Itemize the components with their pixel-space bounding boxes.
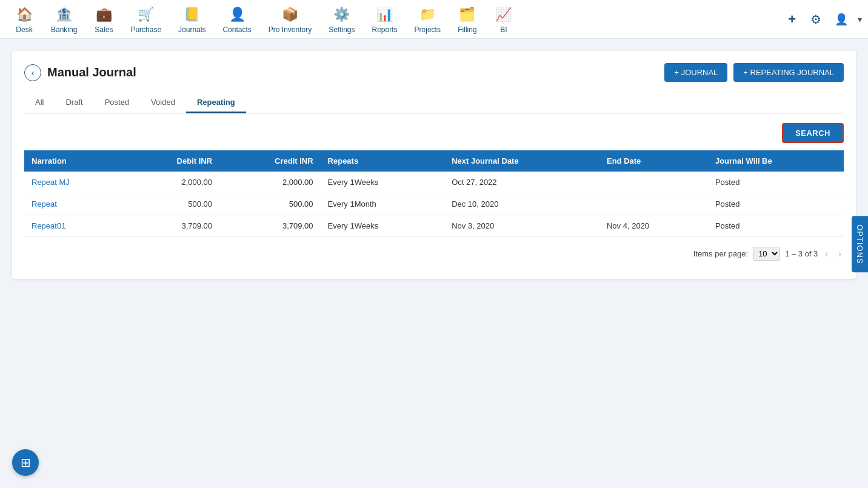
credit-inr-cell: 2,000.00 [219,172,321,193]
nav-label-contacts: Contacts [222,25,251,34]
prev-page-button[interactable]: ‹ [823,247,830,261]
nav-item-pro-inventory[interactable]: 📦 Pro Inventory [260,5,320,34]
search-row: SEARCH [24,123,844,143]
table-body: Repeat MJ 2,000.00 2,000.00 Every 1Weeks… [24,172,844,237]
gear-icon[interactable]: ⚙ [807,12,825,27]
nav-item-desk[interactable]: 🏠 Desk [6,5,42,34]
data-table: Narration Debit INR Credit INR Repeats N… [24,150,844,237]
filling-icon: 🗂️ [458,5,477,24]
options-tab[interactable]: OPTIONS [852,216,868,273]
tab-voided[interactable]: Voided [140,93,186,113]
table-header: Narration Debit INR Credit INR Repeats N… [24,150,844,172]
nav-label-purchase: Purchase [130,25,161,34]
tab-all[interactable]: All [24,93,55,113]
nav-label-projects: Projects [415,25,441,34]
nav-label-desk: Desk [16,25,32,34]
nav-item-sales[interactable]: 💼 Sales [85,5,122,34]
contacts-icon: 👤 [227,5,247,24]
settings-icon: ⚙️ [332,5,352,24]
narration-cell[interactable]: Repeat [24,193,124,215]
nav-label-pro-inventory: Pro Inventory [269,25,312,34]
table-row[interactable]: Repeat 500.00 500.00 Every 1Month Dec 10… [24,193,844,215]
main-content: ‹ Manual Journal + JOURNAL + REPEATING J… [0,39,868,488]
tabs: All Draft Posted Voided Repeating [24,93,844,113]
bi-icon: 📈 [494,5,513,24]
nav-label-banking: Banking [51,25,77,34]
narration-cell[interactable]: Repeat01 [24,215,124,237]
add-journal-button[interactable]: + JOURNAL [664,63,727,82]
debit-inr-cell: 500.00 [124,193,219,215]
journal-will-be-cell: Posted [708,215,844,237]
back-icon: ‹ [32,68,35,78]
nav-label-bi: BI [500,25,507,34]
chevron-down-icon[interactable]: ▾ [858,15,862,24]
nav-item-reports[interactable]: 📊 Reports [364,5,406,34]
tab-voided-label: Voided [151,98,175,107]
bottom-widget-button[interactable]: ⊞ [12,449,39,476]
tab-all-label: All [35,98,44,107]
next-journal-date-cell: Nov 3, 2020 [444,215,599,237]
nav-item-journals[interactable]: 📒 Journals [170,5,214,34]
nav-item-banking[interactable]: 🏦 Banking [42,5,85,34]
top-nav: 🏠 Desk 🏦 Banking 💼 Sales 🛒 Purchase 📒 Jo… [0,0,868,39]
next-journal-date-cell: Dec 10, 2020 [444,193,599,215]
table-row[interactable]: Repeat01 3,709.00 3,709.00 Every 1Weeks … [24,215,844,237]
next-journal-date-cell: Oct 27, 2022 [444,172,599,193]
col-debit-inr: Debit INR [124,150,219,172]
debit-inr-cell: 3,709.00 [124,215,219,237]
user-icon[interactable]: 👤 [831,13,852,26]
col-end-date: End Date [599,150,708,172]
nav-label-reports: Reports [372,25,398,34]
banking-icon: 🏦 [55,5,74,24]
reports-icon: 📊 [375,5,395,24]
card: ‹ Manual Journal + JOURNAL + REPEATING J… [12,51,856,279]
col-narration: Narration [24,150,124,172]
repeats-cell: Every 1Weeks [321,172,445,193]
pro-inventory-icon: 📦 [280,5,299,24]
nav-item-projects[interactable]: 📁 Projects [406,5,449,34]
credit-inr-cell: 3,709.00 [219,215,321,237]
sales-icon: 💼 [94,5,113,24]
pagination-row: Items per page: 10 25 50 1 – 3 of 3 ‹ › [24,247,844,261]
desk-icon: 🏠 [15,5,34,24]
credit-inr-cell: 500.00 [219,193,321,215]
tab-draft-label: Draft [65,98,82,107]
nav-label-settings: Settings [329,25,355,34]
nav-item-contacts[interactable]: 👤 Contacts [214,5,259,34]
add-repeating-journal-button[interactable]: + REPEATING JOURNAL [733,63,844,82]
journal-will-be-cell: Posted [708,172,844,193]
search-button[interactable]: SEARCH [782,123,844,143]
nav-item-bi[interactable]: 📈 BI [486,5,522,34]
purchase-icon: 🛒 [136,5,156,24]
tab-repeating-label: Repeating [197,98,235,107]
back-button[interactable]: ‹ [24,64,41,81]
repeats-cell: Every 1Month [321,193,445,215]
col-next-journal-date: Next Journal Date [444,150,599,172]
nav-label-filling: Filling [458,25,476,34]
end-date-cell [599,193,708,215]
tab-draft[interactable]: Draft [55,93,93,113]
col-credit-inr: Credit INR [219,150,321,172]
nav-item-purchase[interactable]: 🛒 Purchase [122,5,170,34]
col-repeats: Repeats [321,150,445,172]
projects-icon: 📁 [418,5,437,24]
items-per-page-select[interactable]: 10 25 50 [753,247,780,261]
page-header-right: + JOURNAL + REPEATING JOURNAL [664,63,844,82]
debit-inr-cell: 2,000.00 [124,172,219,193]
tab-posted[interactable]: Posted [94,93,140,113]
page-header: ‹ Manual Journal + JOURNAL + REPEATING J… [24,63,844,82]
journal-will-be-cell: Posted [708,193,844,215]
nav-item-settings[interactable]: ⚙️ Settings [320,5,363,34]
nav-item-filling[interactable]: 🗂️ Filling [449,5,486,34]
tab-repeating[interactable]: Repeating [186,93,246,113]
next-page-button[interactable]: › [836,247,844,261]
tab-posted-label: Posted [105,98,129,107]
narration-cell[interactable]: Repeat MJ [24,172,124,193]
nav-items: 🏠 Desk 🏦 Banking 💼 Sales 🛒 Purchase 📒 Jo… [6,5,783,34]
page-title: Manual Journal [47,65,136,79]
table-row[interactable]: Repeat MJ 2,000.00 2,000.00 Every 1Weeks… [24,172,844,193]
nav-label-sales: Sales [95,25,113,34]
add-button[interactable]: + [783,12,801,27]
page-header-left: ‹ Manual Journal [24,64,136,81]
items-per-page-label: Items per page: [693,249,748,258]
